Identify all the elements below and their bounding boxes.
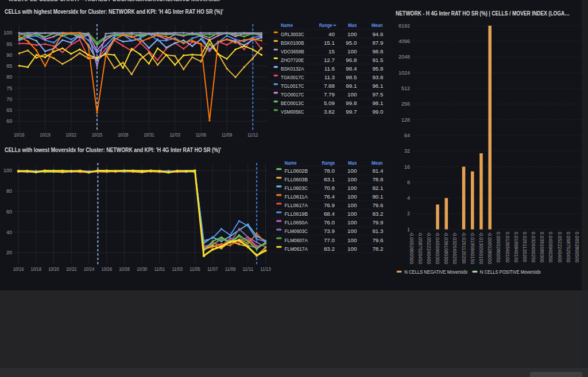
svg-text:GRL3003C: GRL3003C	[281, 31, 304, 37]
svg-text:95.0: 95.0	[346, 40, 357, 46]
svg-text:11/05: 11/05	[189, 266, 200, 272]
svg-text:0.0456960350: 0.0456960350	[548, 232, 554, 263]
svg-text:95: 95	[6, 41, 12, 47]
svg-text:BSK0100B: BSK0100B	[281, 40, 304, 46]
svg-text:Range: Range	[319, 22, 332, 28]
svg-text:Range: Range	[322, 160, 335, 166]
svg-text:MULTIPLE CELLS CHART - HIGHEST: MULTIPLE CELLS CHART - HIGHEST DECREASIN…	[9, 0, 220, 2]
svg-text:68.4: 68.4	[324, 211, 335, 217]
svg-text:-0.0326400250: -0.0326400250	[452, 232, 458, 265]
svg-text:11/01: 11/01	[154, 266, 165, 272]
svg-text:10/18: 10/18	[31, 266, 42, 272]
svg-text:7.88: 7.88	[324, 83, 335, 89]
svg-text:-0.0065280050: -0.0065280050	[487, 232, 493, 265]
svg-text:-0.0391680300: -0.0391680300	[443, 232, 449, 265]
svg-text:80: 80	[6, 188, 12, 194]
svg-text:78.8: 78.8	[372, 176, 384, 182]
svg-text:94.6: 94.6	[372, 31, 384, 37]
svg-text:83.2: 83.2	[372, 211, 383, 217]
svg-text:VDO3658B: VDO3658B	[281, 48, 304, 55]
svg-text:-0.0195840150: -0.0195840150	[470, 232, 475, 265]
svg-text:40: 40	[328, 31, 335, 37]
svg-text:5.09: 5.09	[324, 100, 335, 106]
svg-text:N CELLS NEGATIVE MoversIdx: N CELLS NEGATIVE MoversIdx	[404, 269, 467, 275]
svg-text:12.7: 12.7	[324, 57, 335, 63]
svg-text:-0.0652800500: -0.0652800500	[409, 232, 415, 265]
svg-text:100: 100	[347, 211, 357, 217]
svg-text:100: 100	[347, 176, 357, 182]
svg-text:99.7: 99.7	[346, 108, 357, 115]
svg-text:70.8: 70.8	[324, 185, 335, 191]
svg-text:1024: 1024	[399, 70, 410, 76]
svg-text:0.0326400250: 0.0326400250	[531, 232, 536, 263]
svg-text:FLL0603C: FLL0603C	[285, 185, 308, 191]
svg-text:CELLs with lowest MoversIdx fo: CELLs with lowest MoversIdx for Cluster:…	[5, 146, 221, 153]
svg-text:80.1: 80.1	[372, 193, 383, 200]
svg-text:11/09: 11/09	[222, 132, 233, 138]
svg-text:-0.0130560100: -0.0130560100	[478, 232, 484, 265]
svg-text:81.3: 81.3	[372, 228, 384, 234]
svg-text:128: 128	[401, 117, 410, 123]
svg-text:60: 60	[6, 209, 12, 215]
svg-text:82.1: 82.1	[372, 185, 383, 191]
svg-text:96.8: 96.8	[346, 57, 357, 63]
svg-text:85: 85	[6, 63, 12, 69]
svg-text:Name: Name	[285, 160, 297, 166]
svg-text:0.0391680300: 0.0391680300	[539, 232, 545, 263]
svg-text:76.9: 76.9	[324, 202, 335, 208]
svg-text:78.0: 78.0	[324, 168, 335, 174]
svg-text:100: 100	[347, 193, 357, 200]
svg-text:100: 100	[347, 219, 357, 226]
svg-text:32: 32	[404, 148, 410, 154]
svg-text:10/28: 10/28	[119, 266, 130, 272]
svg-text:100: 100	[347, 31, 357, 37]
svg-text:15: 15	[328, 48, 335, 55]
svg-text:Name: Name	[281, 22, 293, 28]
svg-text:98.1: 98.1	[372, 100, 383, 106]
svg-text:BSK0132A: BSK0132A	[281, 65, 304, 72]
svg-text:8192: 8192	[399, 23, 410, 29]
svg-text:93.8: 93.8	[372, 74, 384, 80]
svg-text:11/06: 11/06	[196, 132, 207, 138]
svg-text:96.1: 96.1	[372, 83, 383, 89]
svg-text:11/11: 11/11	[243, 266, 254, 272]
svg-text:40: 40	[6, 230, 12, 235]
svg-text:3.82: 3.82	[324, 108, 335, 115]
svg-text:76.0: 76.0	[324, 219, 335, 226]
svg-text:10/22: 10/22	[66, 132, 77, 138]
svg-text:10/24: 10/24	[84, 266, 95, 272]
svg-text:100: 100	[347, 246, 357, 252]
svg-text:100: 100	[347, 48, 357, 55]
svg-text:Max: Max	[348, 22, 357, 28]
svg-text:83.1: 83.1	[324, 176, 335, 182]
svg-text:TGK0017C: TGK0017C	[281, 74, 304, 80]
svg-text:20: 20	[6, 250, 12, 255]
svg-text:11/07: 11/07	[207, 266, 218, 272]
svg-text:NETWORK - H 4G Inter RAT HO SR: NETWORK - H 4G Inter RAT HO SR (%) | CEL…	[396, 10, 570, 17]
svg-text:80: 80	[6, 74, 12, 80]
svg-text:78.2: 78.2	[372, 246, 383, 252]
svg-text:10/19: 10/19	[40, 132, 51, 138]
svg-text:11/09: 11/09	[225, 266, 236, 272]
svg-text:91.5: 91.5	[372, 57, 384, 63]
svg-text:10/16: 10/16	[13, 266, 24, 272]
svg-text:N CELLS POSITIVE MoversIdx: N CELLS POSITIVE MoversIdx	[480, 269, 541, 275]
svg-text:73.9: 73.9	[324, 228, 335, 234]
svg-text:98.5: 98.5	[346, 74, 357, 80]
svg-text:8: 8	[407, 180, 410, 185]
svg-text:-0.0261120200: -0.0261120200	[461, 232, 467, 264]
svg-text:79.6: 79.6	[372, 202, 384, 208]
svg-text:10/30: 10/30	[137, 266, 148, 272]
svg-text:87.9: 87.9	[372, 40, 383, 46]
svg-text:10/22: 10/22	[66, 266, 77, 272]
svg-text:65: 65	[6, 107, 12, 113]
svg-text:70: 70	[6, 96, 12, 102]
svg-text:100: 100	[347, 168, 357, 174]
svg-text:99.8: 99.8	[346, 100, 357, 106]
svg-text:0.0065280050: 0.0065280050	[496, 232, 501, 263]
svg-text:79.6: 79.6	[372, 237, 384, 243]
svg-text:97.5: 97.5	[372, 91, 384, 98]
svg-text:83.2: 83.2	[324, 246, 335, 252]
svg-text:4096: 4096	[399, 38, 410, 44]
svg-text:FLL0602B: FLL0602B	[285, 168, 308, 174]
